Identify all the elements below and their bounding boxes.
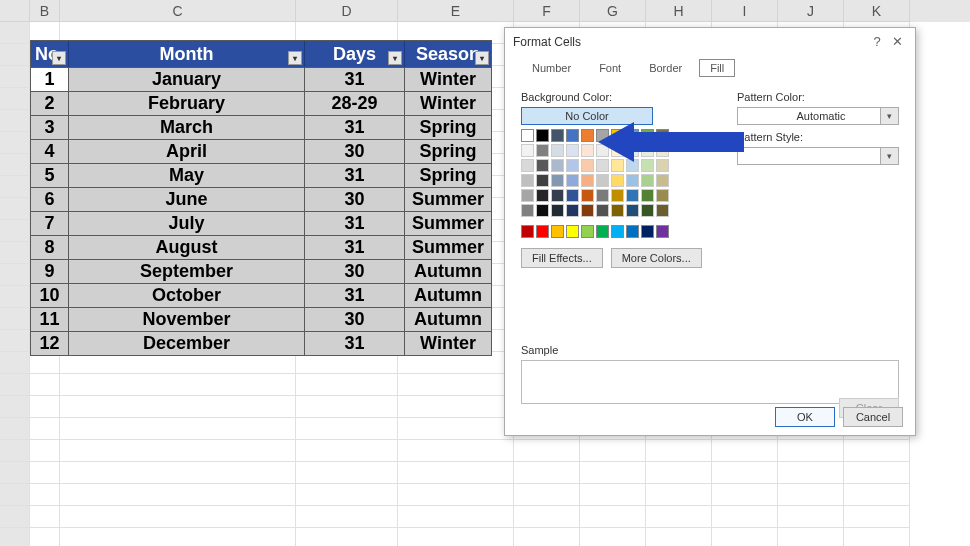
table-cell[interactable]: 31 bbox=[305, 235, 405, 259]
color-swatch[interactable] bbox=[581, 225, 594, 238]
color-swatch[interactable] bbox=[596, 144, 609, 157]
cell[interactable] bbox=[778, 506, 844, 528]
table-cell[interactable]: 6 bbox=[31, 187, 69, 211]
cell[interactable] bbox=[296, 418, 398, 440]
cell[interactable] bbox=[60, 396, 296, 418]
table-cell[interactable]: 1 bbox=[31, 67, 69, 91]
color-swatch[interactable] bbox=[596, 159, 609, 172]
color-swatch[interactable] bbox=[581, 204, 594, 217]
cell[interactable] bbox=[30, 418, 60, 440]
cell[interactable] bbox=[712, 440, 778, 462]
table-cell[interactable]: 11 bbox=[31, 307, 69, 331]
color-swatch[interactable] bbox=[596, 204, 609, 217]
color-swatch[interactable] bbox=[551, 204, 564, 217]
color-swatch[interactable] bbox=[611, 174, 624, 187]
color-swatch[interactable] bbox=[566, 204, 579, 217]
color-swatch[interactable] bbox=[551, 129, 564, 142]
color-swatch[interactable] bbox=[536, 159, 549, 172]
no-color-button[interactable]: No Color bbox=[521, 107, 653, 125]
color-swatch[interactable] bbox=[551, 225, 564, 238]
color-swatch[interactable] bbox=[521, 129, 534, 142]
table-cell[interactable]: Spring bbox=[405, 139, 491, 163]
table-cell[interactable]: 31 bbox=[305, 283, 405, 307]
cancel-button[interactable]: Cancel bbox=[843, 407, 903, 427]
cell[interactable] bbox=[30, 528, 60, 546]
table-cell[interactable]: 31 bbox=[305, 211, 405, 235]
cell[interactable] bbox=[844, 506, 910, 528]
color-swatch[interactable] bbox=[581, 174, 594, 187]
table-cell[interactable]: 2 bbox=[31, 91, 69, 115]
color-swatch[interactable] bbox=[581, 144, 594, 157]
cell[interactable] bbox=[296, 506, 398, 528]
table-cell[interactable]: 10 bbox=[31, 283, 69, 307]
color-swatch[interactable] bbox=[566, 174, 579, 187]
color-swatch[interactable] bbox=[626, 204, 639, 217]
table-cell[interactable]: Winter bbox=[405, 331, 491, 355]
cell[interactable] bbox=[296, 440, 398, 462]
cell[interactable] bbox=[778, 528, 844, 546]
color-swatch[interactable] bbox=[536, 174, 549, 187]
color-swatch[interactable] bbox=[656, 204, 669, 217]
tab-font[interactable]: Font bbox=[588, 59, 632, 77]
color-swatch[interactable] bbox=[641, 159, 654, 172]
color-swatch[interactable] bbox=[656, 144, 669, 157]
cell[interactable] bbox=[60, 440, 296, 462]
cell[interactable] bbox=[398, 506, 514, 528]
table-cell[interactable]: 30 bbox=[305, 187, 405, 211]
color-swatch[interactable] bbox=[581, 159, 594, 172]
color-swatch[interactable] bbox=[626, 144, 639, 157]
table-cell[interactable]: Winter bbox=[405, 91, 491, 115]
cell[interactable] bbox=[30, 484, 60, 506]
fill-effects-button[interactable]: Fill Effects... bbox=[521, 248, 603, 268]
table-cell[interactable]: 12 bbox=[31, 331, 69, 355]
color-swatch[interactable] bbox=[521, 144, 534, 157]
color-swatch[interactable] bbox=[611, 204, 624, 217]
color-swatch[interactable] bbox=[611, 144, 624, 157]
table-cell[interactable]: January bbox=[69, 67, 305, 91]
color-swatch[interactable] bbox=[641, 144, 654, 157]
cell[interactable] bbox=[296, 528, 398, 546]
filter-button[interactable]: ▾ bbox=[388, 51, 402, 65]
color-swatch[interactable] bbox=[656, 159, 669, 172]
cell[interactable] bbox=[580, 506, 646, 528]
ok-button[interactable]: OK bbox=[775, 407, 835, 427]
cell[interactable] bbox=[844, 528, 910, 546]
cell[interactable] bbox=[580, 462, 646, 484]
color-swatch[interactable] bbox=[521, 159, 534, 172]
table-cell[interactable]: 28-29 bbox=[305, 91, 405, 115]
cell[interactable] bbox=[30, 440, 60, 462]
table-cell[interactable]: June bbox=[69, 187, 305, 211]
cell[interactable] bbox=[60, 418, 296, 440]
column-header[interactable]: K bbox=[844, 0, 910, 22]
cell[interactable] bbox=[580, 440, 646, 462]
cell[interactable] bbox=[296, 484, 398, 506]
table-cell[interactable]: 30 bbox=[305, 139, 405, 163]
cell[interactable] bbox=[646, 484, 712, 506]
color-swatch[interactable] bbox=[641, 189, 654, 202]
cell[interactable] bbox=[398, 484, 514, 506]
cell[interactable] bbox=[514, 462, 580, 484]
cell[interactable] bbox=[778, 440, 844, 462]
color-swatch[interactable] bbox=[596, 174, 609, 187]
table-cell[interactable]: Autumn bbox=[405, 259, 491, 283]
cell[interactable] bbox=[712, 506, 778, 528]
table-cell[interactable]: Summer bbox=[405, 235, 491, 259]
cell[interactable] bbox=[646, 462, 712, 484]
cell[interactable] bbox=[30, 462, 60, 484]
cell[interactable] bbox=[844, 484, 910, 506]
color-swatch[interactable] bbox=[581, 129, 594, 142]
table-cell[interactable]: 9 bbox=[31, 259, 69, 283]
column-header[interactable]: F bbox=[514, 0, 580, 22]
cell[interactable] bbox=[398, 374, 514, 396]
color-swatch[interactable] bbox=[551, 144, 564, 157]
close-button[interactable]: ✕ bbox=[887, 34, 907, 49]
color-swatch[interactable] bbox=[551, 174, 564, 187]
color-swatch[interactable] bbox=[656, 225, 669, 238]
cell[interactable] bbox=[646, 528, 712, 546]
table-cell[interactable]: 5 bbox=[31, 163, 69, 187]
color-swatch[interactable] bbox=[566, 159, 579, 172]
table-cell[interactable]: 31 bbox=[305, 115, 405, 139]
color-swatch[interactable] bbox=[596, 129, 609, 142]
color-swatch[interactable] bbox=[536, 189, 549, 202]
table-cell[interactable]: November bbox=[69, 307, 305, 331]
